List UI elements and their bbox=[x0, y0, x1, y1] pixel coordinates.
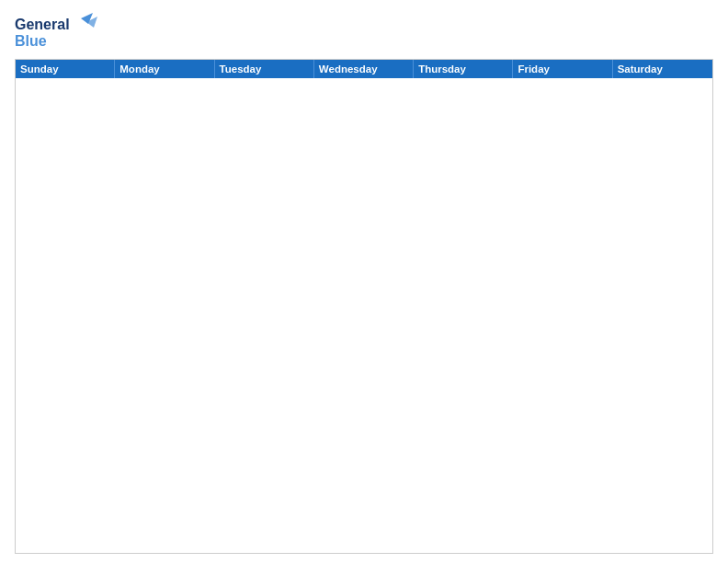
calendar: SundayMondayTuesdayWednesdayThursdayFrid… bbox=[15, 59, 713, 554]
header-day-saturday: Saturday bbox=[613, 60, 712, 78]
header-day-thursday: Thursday bbox=[414, 60, 513, 78]
header-day-friday: Friday bbox=[513, 60, 612, 78]
header-day-monday: Monday bbox=[115, 60, 214, 78]
logo-icon: General Blue bbox=[15, 11, 97, 52]
header: General Blue bbox=[15, 11, 713, 52]
header-day-sunday: Sunday bbox=[16, 60, 115, 78]
calendar-body bbox=[16, 78, 712, 553]
calendar-header: SundayMondayTuesdayWednesdayThursdayFrid… bbox=[16, 60, 712, 78]
page: General Blue SundayMondayTuesdayWednesda… bbox=[0, 0, 728, 563]
svg-text:General: General bbox=[15, 17, 70, 32]
svg-text:Blue: Blue bbox=[15, 33, 47, 49]
logo: General Blue bbox=[15, 11, 97, 52]
header-day-wednesday: Wednesday bbox=[314, 60, 414, 78]
header-day-tuesday: Tuesday bbox=[215, 60, 314, 78]
